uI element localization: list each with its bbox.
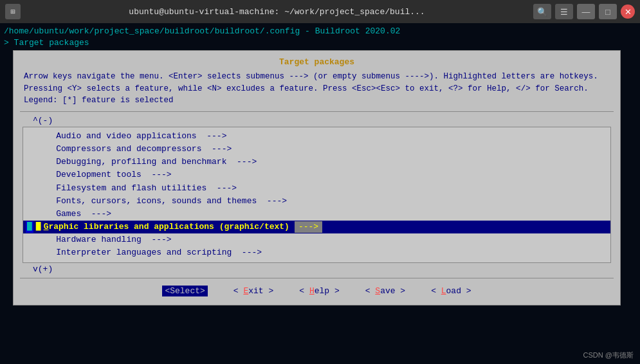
dialog-box: Target packages Arrow keys navigate the … bbox=[13, 50, 621, 305]
load-button[interactable]: < Load > bbox=[431, 286, 471, 296]
watermark: CSDN @韦德斯 bbox=[583, 350, 634, 360]
list-item[interactable]: Filesystem and flash utilities ---> bbox=[23, 182, 610, 195]
exit-button[interactable]: < Exit > bbox=[233, 286, 273, 296]
dialog-inner: Target packages Arrow keys navigate the … bbox=[14, 51, 620, 304]
terminal-area: /home/ubuntu/work/project_space/buildroo… bbox=[0, 23, 640, 364]
select-button[interactable]: <Select> bbox=[162, 286, 207, 296]
terminal-icon: ⊞ bbox=[5, 4, 21, 19]
maximize-button[interactable]: □ bbox=[599, 4, 617, 19]
terminal-line-2: > Target packages bbox=[0, 37, 640, 49]
terminal-line-1: /home/ubuntu/work/project_space/buildroo… bbox=[0, 26, 640, 37]
list-item[interactable]: Compressors and decompressors ---> bbox=[23, 143, 610, 156]
window-controls: 🔍 ☰ — □ ✕ bbox=[533, 4, 635, 19]
list-item[interactable]: Development tools ---> bbox=[23, 168, 610, 181]
dialog-title: Target packages bbox=[20, 55, 614, 68]
menu-button[interactable]: ☰ bbox=[555, 4, 573, 19]
window-title: ubuntu@ubuntu-virtual-machine: ~/work/pr… bbox=[26, 7, 528, 17]
close-button[interactable]: ✕ bbox=[621, 5, 635, 19]
list-item-highlighted[interactable]: █ █ Graphic libraries and applications (… bbox=[23, 221, 610, 233]
menu-box[interactable]: Audio and video applications ---> Compre… bbox=[23, 127, 611, 263]
list-item[interactable]: Debugging, profiling and benchmark ---> bbox=[23, 156, 610, 168]
dialog-help-text: Arrow keys navigate the menu. <Enter> se… bbox=[20, 68, 614, 108]
dialog-separator-bottom bbox=[20, 278, 614, 278]
list-item[interactable]: Hardware handling ---> bbox=[23, 233, 610, 246]
list-item[interactable]: Audio and video applications ---> bbox=[23, 130, 610, 143]
list-item[interactable]: Interpreter languages and scripting ---> bbox=[23, 246, 610, 259]
search-button[interactable]: 🔍 bbox=[533, 4, 551, 19]
dialog-buttons: <Select> < Exit > < Help > < Save > < Lo… bbox=[20, 281, 614, 298]
nav-top: ^(-) bbox=[20, 114, 614, 127]
help-button[interactable]: < Help > bbox=[299, 286, 339, 296]
list-item[interactable]: Games ---> bbox=[23, 208, 610, 221]
list-item[interactable]: Fonts, cursors, icons, sounds and themes… bbox=[23, 195, 610, 208]
minimize-button[interactable]: — bbox=[577, 4, 595, 19]
save-button[interactable]: < Save > bbox=[365, 286, 405, 296]
titlebar: ⊞ ubuntu@ubuntu-virtual-machine: ~/work/… bbox=[0, 0, 640, 23]
dialog-separator-top bbox=[20, 111, 614, 112]
nav-bottom: v(+) bbox=[20, 263, 614, 275]
